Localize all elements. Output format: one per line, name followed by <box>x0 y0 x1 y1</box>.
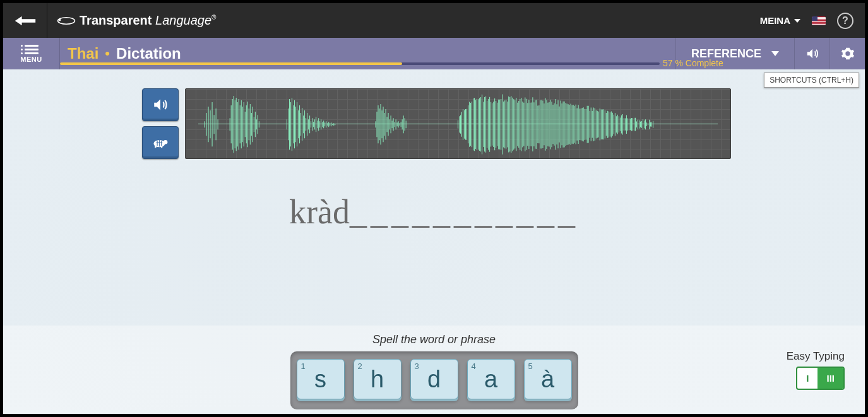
gear-icon <box>841 47 855 61</box>
main-area: kràd___________ Spell the word or phrase… <box>3 69 865 414</box>
toggle-on[interactable]: III <box>817 368 843 389</box>
svg-rect-4 <box>155 146 156 148</box>
letter-key-s[interactable]: 1s <box>297 359 345 399</box>
key-char: s <box>314 366 326 393</box>
play-slow-button[interactable] <box>142 126 179 159</box>
progress-text: 57 % Complete <box>663 58 723 68</box>
instruction-text: Spell the word or phrase <box>3 326 865 346</box>
settings-button[interactable] <box>829 38 865 69</box>
letter-tray: 1s2h3d4a5à <box>290 351 578 409</box>
key-number: 2 <box>358 361 362 371</box>
shortcuts-tooltip: SHORTCUTS (CTRL+H) <box>764 73 859 88</box>
arrow-left-icon <box>14 14 37 28</box>
caret-down-icon <box>794 19 800 23</box>
user-name: MEINA <box>760 15 790 26</box>
key-char: d <box>427 366 441 393</box>
typed-blanks: ___________ <box>350 193 579 231</box>
logo-registered: ® <box>211 14 216 21</box>
easy-typing-label: Easy Typing <box>787 350 845 363</box>
caret-down-icon <box>771 51 779 56</box>
hamburger-icon <box>25 45 39 54</box>
letter-key-a[interactable]: 4a <box>467 359 515 399</box>
language-flag-button[interactable] <box>812 16 826 25</box>
user-menu[interactable]: MEINA <box>760 15 800 26</box>
title-separator: • <box>105 45 110 62</box>
help-button[interactable]: ? <box>837 13 853 29</box>
turtle-icon <box>152 134 169 151</box>
letter-key-d[interactable]: 3d <box>410 359 458 399</box>
waveform-display[interactable] <box>185 88 731 159</box>
key-number: 5 <box>528 361 533 371</box>
svg-point-3 <box>163 140 168 144</box>
title-language: Thai <box>68 45 98 62</box>
svg-rect-5 <box>161 146 162 148</box>
speaker-icon <box>806 47 819 61</box>
key-number: 1 <box>301 361 306 371</box>
logo-mark-icon <box>57 15 76 27</box>
speaker-icon <box>152 97 169 113</box>
menu-button[interactable]: MENU <box>3 38 60 69</box>
back-button[interactable] <box>3 3 47 38</box>
key-char: à <box>541 366 554 393</box>
svg-point-1 <box>59 18 61 21</box>
brand-logo: Transparent Language® <box>57 13 216 28</box>
mute-button[interactable] <box>794 38 829 69</box>
easy-typing-toggle[interactable]: I III <box>796 367 845 390</box>
easy-typing-control: Easy Typing I III <box>787 350 845 390</box>
letter-key-à[interactable]: 5à <box>524 359 572 399</box>
logo-text-bold: Transparent <box>80 13 152 27</box>
typed-answer: kràd___________ <box>3 192 865 232</box>
key-number: 4 <box>472 361 476 371</box>
play-audio-button[interactable] <box>142 88 179 121</box>
letter-key-h[interactable]: 2h <box>354 359 401 399</box>
key-char: a <box>484 366 497 393</box>
logo-text-ital: Language <box>152 13 211 27</box>
waveform-icon <box>198 93 718 156</box>
audio-panel <box>142 88 731 159</box>
toggle-off[interactable]: I <box>797 368 817 389</box>
bottom-panel: Spell the word or phrase 1s2h3d4a5à Easy… <box>3 326 865 414</box>
title-mode: Dictation <box>116 45 181 62</box>
key-number: 3 <box>415 361 419 371</box>
key-char: h <box>371 366 384 393</box>
progress-bar <box>60 62 660 65</box>
typed-entered: kràd <box>289 193 350 231</box>
menu-label: MENU <box>20 56 42 63</box>
top-bar: Transparent Language® MEINA ? <box>3 3 865 38</box>
progress-fill <box>60 62 402 65</box>
